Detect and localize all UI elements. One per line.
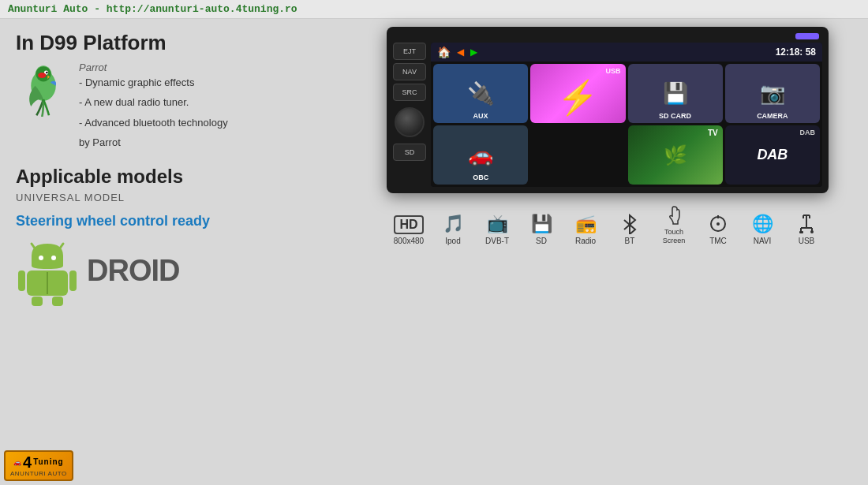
svg-rect-11	[18, 270, 25, 291]
main-content: In D99 Platform	[0, 19, 868, 483]
svg-line-17	[624, 220, 630, 225]
parrot-bird-icon	[16, 62, 71, 117]
side-buttons: EJT NAV SRC SD	[393, 43, 426, 187]
stereo-top-strip	[393, 33, 822, 39]
home-button[interactable]: 🏠	[437, 46, 451, 58]
right-panel: EJT NAV SRC SD 🏠 ◀ ▶ 12:18: 58	[347, 19, 868, 483]
feature-4: by Parrot	[79, 133, 228, 151]
parrot-section: Parrot - Dynamic graphic effects - A new…	[16, 62, 331, 154]
logo-area: 🚗 4 Tuning ANUNTURI AUTO	[4, 450, 73, 481]
tv-cell[interactable]: TV 🌿	[628, 125, 723, 185]
bt-label: BT	[625, 237, 635, 245]
tmc-icon-item: TMC	[697, 214, 740, 245]
obc-cell[interactable]: 🚗 OBC	[433, 125, 528, 185]
model-text: UNIVERSAL MODEL	[16, 192, 331, 203]
svg-rect-14	[52, 297, 63, 306]
stereo-body: EJT NAV SRC SD 🏠 ◀ ▶ 12:18: 58	[393, 43, 822, 187]
usb-top-label: USB	[605, 67, 620, 75]
feature-3: - Advanced bluetooth technology	[79, 114, 228, 132]
nav-button[interactable]: NAV	[393, 63, 426, 80]
svg-point-4	[46, 72, 48, 74]
sd-button[interactable]: SD	[393, 144, 426, 161]
aux-cell[interactable]: 🔌 AUX	[433, 64, 528, 123]
bt-icon-item: BT	[608, 214, 652, 245]
left-panel: In D99 Platform	[0, 19, 347, 483]
features-list: - Dynamic graphic effects - A new dual r…	[79, 73, 228, 152]
camera-label: CAMERA	[757, 112, 788, 120]
svg-rect-12	[69, 270, 77, 291]
parrot-brand-label: Parrot	[79, 62, 228, 73]
screen-time: 12:18: 58	[776, 47, 816, 58]
sdcard-cell[interactable]: 💾 SD CARD	[628, 64, 723, 123]
bt-icon	[621, 214, 638, 234]
svg-rect-26	[799, 231, 803, 233]
svg-point-9	[51, 256, 56, 260]
tuning-logo: 🚗 4 Tuning ANUNTURI AUTO	[4, 450, 73, 481]
screen-grid: 🔌 AUX USB ⚡ 💾 SD CARD	[431, 62, 822, 187]
tmc-icon	[709, 214, 728, 234]
ipod-icon: 🎵	[443, 214, 464, 234]
ipod-icon-item: 🎵 Ipod	[432, 214, 475, 245]
radio-label: Radio	[575, 237, 596, 245]
screen-top-bar: 🏠 ◀ ▶ 12:18: 58	[431, 43, 822, 62]
applicable-section: Applicable models UNIVERSAL MODEL	[16, 166, 331, 203]
applicable-models-title: Applicable models	[16, 166, 331, 188]
svg-line-18	[624, 225, 630, 229]
logo-number: 4	[23, 454, 32, 470]
watermark-text: Anunturi Auto - http://anunturi-auto.4tu…	[8, 3, 297, 15]
sd-label: SD	[536, 237, 547, 245]
android-icon	[16, 236, 79, 307]
src-button[interactable]: SRC	[393, 84, 426, 101]
usb-bottom-label: USB	[799, 237, 815, 245]
watermark-bar: Anunturi Auto - http://anunturi-auto.4tu…	[0, 0, 868, 19]
sd-icon: 💾	[531, 214, 552, 234]
svg-point-5	[38, 73, 47, 78]
droid-text: DROID	[87, 254, 179, 288]
android-section: DROID	[16, 236, 331, 307]
hd-label: 800x480	[394, 237, 424, 245]
steering-wheel-text: Steering wheel control ready	[16, 213, 331, 229]
tmc-label: TMC	[709, 237, 727, 245]
feature-2: - A new dual radio tuner.	[79, 93, 228, 111]
aux-label: AUX	[473, 112, 488, 120]
stereo-unit: EJT NAV SRC SD 🏠 ◀ ▶ 12:18: 58	[387, 27, 829, 193]
navi-label: NAVI	[754, 237, 772, 245]
navi-icon-item: 🌐 NAVI	[741, 214, 784, 245]
hd-icon-item: HD 800x480	[387, 215, 431, 245]
usb-cell[interactable]: USB ⚡	[530, 64, 625, 123]
ipod-label: Ipod	[445, 237, 460, 245]
svg-point-27	[810, 230, 814, 233]
icons-bar: HD 800x480 🎵 Ipod 📺 DVB-T 💾 SD 📻 Radio	[387, 201, 829, 249]
eject-button[interactable]: EJT	[393, 43, 426, 60]
screen-area: 🏠 ◀ ▶ 12:18: 58 🔌 AUX USB	[431, 43, 822, 187]
usb-bottom-icon	[798, 214, 815, 234]
logo-sub: ANUNTURI AUTO	[10, 470, 67, 477]
dial-knob[interactable]	[395, 107, 425, 137]
led-indicator	[795, 33, 819, 39]
platform-title: In D99 Platform	[16, 31, 331, 55]
svg-point-20	[716, 222, 720, 226]
play-button[interactable]: ▶	[470, 47, 477, 58]
radio-icon: 📻	[575, 214, 597, 234]
usb-bottom-icon-item: USB	[785, 214, 829, 245]
parrot-features: Parrot - Dynamic graphic effects - A new…	[79, 62, 228, 154]
svg-rect-13	[32, 297, 43, 306]
sd-icon-item: 💾 SD	[520, 214, 563, 245]
obc-label: OBC	[473, 173, 488, 181]
radio-icon-item: 📻 Radio	[564, 214, 608, 245]
touch-label: TouchScreen	[663, 228, 686, 245]
sdcard-label: SD CARD	[659, 112, 691, 120]
svg-point-8	[39, 256, 43, 260]
dab-cell[interactable]: DAB DAB	[725, 125, 820, 185]
back-button[interactable]: ◀	[457, 47, 464, 58]
camera-cell[interactable]: 📷 CAMERA	[725, 64, 820, 123]
navi-icon: 🌐	[752, 214, 773, 234]
dvbt-label: DVB-T	[485, 237, 509, 245]
touch-icon-item: TouchScreen	[653, 205, 696, 245]
dvbt-icon: 📺	[487, 214, 508, 234]
hd-box: HD	[394, 215, 423, 234]
touch-icon	[664, 205, 683, 226]
feature-1: - Dynamic graphic effects	[79, 73, 228, 91]
logo-word: Tuning	[33, 458, 64, 466]
dvbt-icon-item: 📺 DVB-T	[476, 214, 519, 245]
